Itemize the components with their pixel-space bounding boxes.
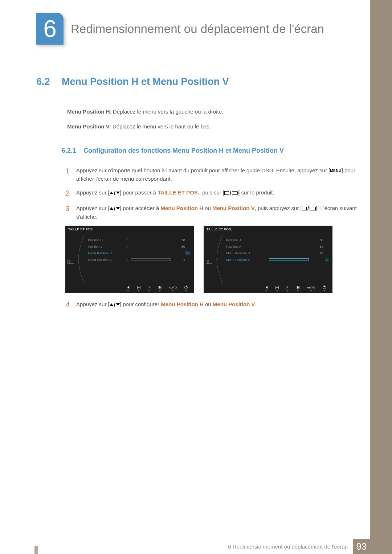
osd-panel-h: TAILLE ET POS. Position H:50 Position V:… — [65, 226, 194, 293]
down-arrow-icon — [116, 192, 120, 194]
step3-text-a: Appuyez sur [ — [76, 205, 110, 211]
step4-text-a: Appuyez sur [ — [76, 301, 110, 307]
step2-target: TAILLE ET POS. — [158, 189, 199, 196]
step-2: 2 Appuyez sur [/] pour passer à TAILLE E… — [65, 188, 363, 199]
osd-value: 50 — [171, 238, 185, 242]
osd-label-active: Menu Position H — [88, 251, 127, 255]
left-margin — [0, 0, 29, 554]
osd-value: 50 — [171, 245, 185, 249]
right-margin-strip — [370, 0, 392, 554]
osd-category-icon — [68, 259, 74, 264]
osd-panel-v: TAILLE ET POS. Position H:50 Position V:… — [204, 226, 332, 293]
slash-icon: / — [114, 189, 115, 197]
slash-icon: / — [307, 204, 309, 213]
osd-plus-button: + — [148, 286, 151, 292]
osd-next-button — [297, 286, 300, 292]
up-arrow-icon — [110, 303, 113, 306]
step4-text-b: ] pour configurer — [120, 301, 161, 307]
osd-panels: TAILLE ET POS. Position H:50 Position V:… — [65, 226, 363, 293]
step2-text-a: Appuyez sur [ — [76, 189, 110, 196]
step-3: 3 Appuyez sur [/] pour accéder à Menu Po… — [65, 203, 363, 221]
slash-icon: / — [114, 300, 115, 309]
osd-auto-button: AUTO — [169, 286, 177, 292]
osd-minus-button: − — [275, 286, 279, 292]
osd-auto-button: AUTO — [307, 286, 315, 292]
osd-curve-decoration — [216, 235, 225, 284]
power-icon — [184, 286, 188, 289]
osd-label: Position H — [88, 238, 127, 242]
section-title: Menu Position H et Menu Position V — [62, 76, 229, 87]
steps-list: 1 Appuyez sur n'importe quel bouton à l'… — [65, 165, 363, 221]
osd-back-button — [265, 286, 268, 292]
enter-icon — [310, 207, 316, 210]
slash-icon: / — [114, 204, 115, 213]
step4-menu-h: Menu Position H — [161, 301, 204, 307]
step4-menu-v: Menu Position V — [213, 301, 255, 307]
osd-label-active: Menu Position V — [226, 258, 265, 262]
step-1: 1 Appuyez sur n'importe quel bouton à l'… — [65, 165, 363, 183]
osd-row-position-v: Position V:50 — [88, 243, 191, 250]
step2-text-d: ] sur le produit. — [238, 189, 274, 196]
down-arrow-icon — [116, 303, 120, 306]
step-number: 1 — [65, 165, 76, 183]
desc-menu-v: : Déplacez le menu vers le haut ou le ba… — [110, 123, 211, 130]
subsection-number: 6.2.1 — [62, 147, 83, 155]
osd-minus-button: − — [137, 286, 140, 292]
osd-footer-buttons: − + AUTO — [204, 285, 332, 293]
source-icon — [302, 207, 307, 210]
osd-power-button — [184, 286, 188, 292]
osd-title: TAILLE ET POS. — [204, 226, 332, 233]
subsection: 6.2.1Configuration des fonctions Menu Po… — [62, 147, 363, 155]
osd-curve-decoration — [78, 235, 86, 284]
power-icon — [323, 286, 326, 289]
step4-text-c: . — [255, 301, 257, 307]
section-number: 6.2 — [36, 76, 62, 87]
intro-text: Menu Position H: Déplacez le menu vers l… — [67, 107, 363, 131]
up-arrow-icon — [110, 192, 113, 194]
menu-button-chip: MENU — [330, 168, 341, 174]
osd-back-button — [127, 286, 130, 292]
osd-value: 50 — [309, 238, 323, 242]
osd-value-active: 1 — [325, 258, 329, 262]
up-arrow-icon — [110, 207, 113, 210]
osd-label: Position H — [226, 238, 265, 242]
osd-label: Menu Position V — [88, 258, 127, 262]
step2-text-c: , puis sur [ — [199, 189, 224, 196]
osd-label: Position V — [226, 245, 265, 249]
osd-footer-buttons: − + AUTO — [65, 285, 194, 293]
osd-row-position-h: Position H:50 — [226, 237, 329, 243]
osd-power-button — [323, 286, 326, 292]
page-content: 6 Redimensionnement ou déplacement de l'… — [36, 22, 363, 315]
step-number: 3 — [65, 203, 76, 221]
osd-value: 50 — [309, 251, 323, 255]
osd-row-menu-position-v: Menu Position V:1 — [226, 257, 329, 263]
page-footer: 6 Redimensionnement ou déplacement de l'… — [0, 539, 370, 554]
slash-icon: / — [230, 189, 231, 197]
chapter-title: Redimensionnement ou déplacement de l'éc… — [71, 22, 363, 36]
step3-menu-h: Menu Position H — [160, 205, 203, 211]
osd-row-menu-position-h: Menu Position H:50 — [226, 250, 329, 257]
osd-value-active: 50 — [185, 251, 191, 255]
footer-chapter-ref: 6 Redimensionnement ou déplacement de l'… — [228, 543, 348, 550]
term-menu-h: Menu Position H — [67, 108, 110, 115]
subsection-title: Configuration des fonctions Menu Positio… — [83, 147, 284, 154]
osd-next-button — [158, 286, 162, 292]
step1-text-a: Appuyez sur n'importe quel bouton à l'av… — [76, 167, 330, 173]
osd-label: Position V — [88, 245, 127, 249]
osd-plus-button: + — [286, 286, 289, 292]
osd-value: 50 — [309, 245, 323, 249]
step-number: 2 — [65, 188, 76, 199]
step4-or: ou — [204, 301, 213, 307]
step3-text-c: , puis appuyez sur [ — [255, 205, 302, 211]
osd-category-icon — [206, 259, 212, 264]
osd-row-menu-position-h: Menu Position H:50 — [88, 250, 191, 257]
source-icon — [224, 191, 229, 195]
term-menu-v: Menu Position V — [67, 123, 110, 130]
section-heading: 6.2Menu Position H et Menu Position V — [36, 76, 363, 87]
steps-list-continued: 4 Appuyez sur [/] pour configurer Menu P… — [65, 299, 363, 311]
enter-icon — [232, 191, 238, 195]
osd-row-menu-position-v: Menu Position V:1 — [88, 257, 191, 263]
osd-title: TAILLE ET POS. — [65, 226, 194, 233]
step3-or: ou — [203, 205, 212, 211]
osd-label: Menu Position H — [226, 251, 265, 255]
